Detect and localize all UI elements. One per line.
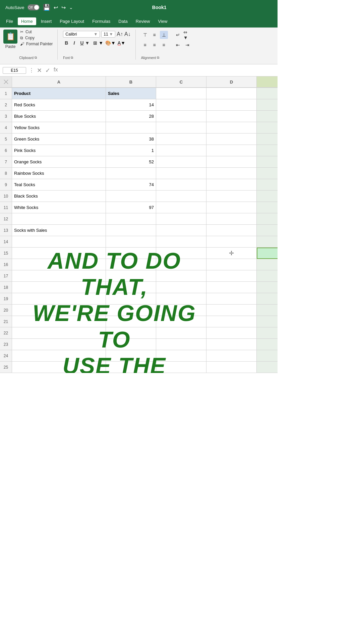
cell-b22[interactable] — [106, 327, 156, 339]
cell-b15[interactable] — [106, 248, 156, 259]
cell-b13[interactable] — [106, 225, 156, 236]
font-group-expand-icon[interactable]: ⧉ — [71, 56, 73, 60]
cell-a7[interactable]: Orange Socks — [12, 156, 106, 168]
cell-b20[interactable] — [106, 305, 156, 316]
cell-e21[interactable] — [257, 316, 278, 327]
cell-c6[interactable] — [156, 145, 206, 156]
cell-c9[interactable] — [156, 179, 206, 191]
cell-b1[interactable]: Sales — [106, 88, 156, 99]
cell-a2[interactable]: Red Socks — [12, 99, 106, 111]
cell-c18[interactable] — [156, 282, 206, 293]
align-middle-button[interactable]: ≡ — [150, 31, 159, 39]
cell-d19[interactable] — [206, 293, 257, 305]
cell-e22[interactable] — [257, 327, 278, 339]
cell-d11[interactable] — [206, 202, 257, 213]
cell-b8[interactable] — [106, 168, 156, 179]
cell-e8[interactable] — [257, 168, 278, 179]
cell-e16[interactable] — [257, 259, 278, 270]
cell-a15[interactable] — [12, 248, 106, 259]
align-top-button[interactable]: ⊤ — [141, 31, 149, 39]
cell-b23[interactable] — [106, 339, 156, 350]
cell-a19[interactable] — [12, 293, 106, 305]
cell-e5[interactable] — [257, 133, 278, 145]
cell-c19[interactable] — [156, 293, 206, 305]
cell-c15[interactable] — [156, 248, 206, 259]
menu-data[interactable]: Data — [115, 17, 131, 25]
cell-d12[interactable] — [206, 213, 257, 225]
increase-font-icon[interactable]: A↑ — [117, 31, 123, 37]
cancel-formula-icon[interactable]: ✕ — [37, 67, 42, 74]
cell-d10[interactable] — [206, 191, 257, 202]
alignment-group-expand-icon[interactable]: ⧉ — [157, 56, 159, 60]
cell-a9[interactable]: Teal Socks — [12, 179, 106, 191]
insert-function-icon[interactable]: fx — [54, 67, 58, 74]
col-header-e[interactable]: E — [257, 76, 278, 88]
cell-a16[interactable] — [12, 259, 106, 270]
cell-b10[interactable] — [106, 191, 156, 202]
cell-c21[interactable] — [156, 316, 206, 327]
cell-a17[interactable] — [12, 270, 106, 282]
cell-reference-box[interactable]: E15 — [3, 67, 26, 74]
paste-icon[interactable]: 📋 — [3, 30, 17, 44]
cell-b11[interactable]: 97 — [106, 202, 156, 213]
cell-d24[interactable] — [206, 350, 257, 362]
cell-d1[interactable] — [206, 88, 257, 99]
cell-d22[interactable] — [206, 327, 257, 339]
cell-b19[interactable] — [106, 293, 156, 305]
decrease-indent-button[interactable]: ⇤ — [174, 41, 182, 49]
cut-button[interactable]: ✂ Cut — [20, 30, 53, 34]
cell-d2[interactable] — [206, 99, 257, 111]
cell-d18[interactable] — [206, 282, 257, 293]
col-header-b[interactable]: B — [106, 76, 156, 88]
cell-d15[interactable]: ✛ — [206, 248, 257, 259]
menu-formulas[interactable]: Formulas — [89, 17, 114, 25]
cell-c7[interactable] — [156, 156, 206, 168]
cell-c12[interactable] — [156, 213, 206, 225]
menu-home[interactable]: Home — [18, 17, 36, 25]
cell-e24[interactable] — [257, 350, 278, 362]
cell-b7[interactable]: 52 — [106, 156, 156, 168]
cell-e20[interactable] — [257, 305, 278, 316]
cell-b17[interactable] — [106, 270, 156, 282]
font-size-dropdown-icon[interactable]: ▼ — [109, 32, 113, 37]
cell-e12[interactable] — [257, 213, 278, 225]
cell-a8[interactable]: Rainbow Socks — [12, 168, 106, 179]
menu-view[interactable]: View — [155, 17, 171, 25]
cell-d6[interactable] — [206, 145, 257, 156]
cell-c23[interactable] — [156, 339, 206, 350]
cell-e6[interactable] — [257, 145, 278, 156]
cell-c5[interactable] — [156, 133, 206, 145]
formula-input[interactable] — [60, 68, 275, 73]
quick-access-icon[interactable]: ⌄ — [69, 5, 73, 10]
format-painter-button[interactable]: 🖌 Format Painter — [20, 42, 53, 46]
font-name-selector[interactable]: Calibri ▼ — [63, 31, 100, 38]
decrease-font-icon[interactable]: A↓ — [124, 31, 131, 37]
cell-c11[interactable] — [156, 202, 206, 213]
cell-a20[interactable] — [12, 305, 106, 316]
cell-a14[interactable] — [12, 236, 106, 248]
align-center-button[interactable]: ≡ — [150, 41, 159, 49]
undo-icon[interactable]: ↩ — [54, 4, 58, 11]
cell-b18[interactable] — [106, 282, 156, 293]
cell-d14[interactable] — [206, 236, 257, 248]
clipboard-expand-icon[interactable]: ⧉ — [35, 56, 37, 60]
cell-e3[interactable] — [257, 111, 278, 122]
save-icon[interactable]: 💾 — [43, 4, 50, 11]
cell-d9[interactable] — [206, 179, 257, 191]
cell-a11[interactable]: White Socks — [12, 202, 106, 213]
cell-b5[interactable]: 38 — [106, 133, 156, 145]
cell-b2[interactable]: 14 — [106, 99, 156, 111]
cell-e15[interactable] — [257, 248, 278, 259]
cell-e13[interactable] — [257, 225, 278, 236]
cell-e2[interactable] — [257, 99, 278, 111]
confirm-formula-icon[interactable]: ✓ — [45, 67, 50, 74]
copy-button[interactable]: ⧉ Copy — [20, 36, 53, 40]
cell-e4[interactable] — [257, 122, 278, 133]
paste-label[interactable]: Paste — [5, 44, 16, 49]
cell-a6[interactable]: Pink Socks — [12, 145, 106, 156]
cell-d25[interactable] — [206, 362, 257, 373]
cell-e14[interactable] — [257, 236, 278, 248]
cell-b16[interactable] — [106, 259, 156, 270]
redo-icon[interactable]: ↪ — [61, 4, 66, 11]
cell-b21[interactable] — [106, 316, 156, 327]
